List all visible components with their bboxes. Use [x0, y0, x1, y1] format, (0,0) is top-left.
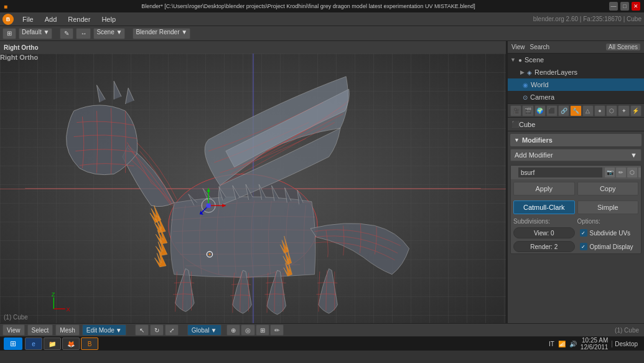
- title-bar: ■ Blender* [C:\Users\roger\Desktop\blend…: [0, 0, 644, 12]
- mod-up-btn[interactable]: ▲: [638, 167, 642, 177]
- grease-pencil-btn[interactable]: ✏: [270, 324, 284, 336]
- apply-button[interactable]: Apply: [513, 182, 575, 196]
- prop-object-icon[interactable]: ⬛: [546, 105, 558, 116]
- top-toolbar: ⊞ Default ▼ ✎ ↔ Scene ▼ Blender Render ▼: [0, 26, 644, 41]
- global-select[interactable]: Global ▼: [187, 324, 222, 336]
- global-arrow: ▼: [211, 327, 217, 334]
- expand-icon: ▼: [510, 57, 516, 63]
- mod-edit-btn[interactable]: ✏: [616, 167, 626, 177]
- view-type-label: Right Ortho: [4, 44, 39, 51]
- render-field[interactable]: Render: 2: [513, 241, 575, 252]
- mod-cage-btn[interactable]: ⬡: [627, 167, 637, 177]
- viewport-header: Right Ortho: [0, 41, 506, 54]
- taskbar-explorer[interactable]: 📁: [44, 337, 61, 350]
- edit-mode-label: Edit Mode: [86, 327, 114, 334]
- subdivisions-label: Subdivisions:: [513, 218, 575, 225]
- layout-label: Default: [22, 29, 42, 35]
- prop-data-icon[interactable]: △: [582, 105, 594, 116]
- optimal-display-checkbox[interactable]: ✓: [580, 243, 587, 250]
- simple-tab[interactable]: Simple: [577, 200, 639, 214]
- close-button[interactable]: ✕: [632, 2, 640, 11]
- modifier-card-bsurf: 📷 ✏ ⬡ ▲ ▼ ✕ Apply Copy Catmull-Clark: [510, 165, 642, 254]
- taskbar: ⊞ e 📁 🦊 B IT 📶 🔊 10:25 AM 12/6/2011 Desk…: [0, 337, 644, 351]
- view-btn[interactable]: View: [511, 44, 525, 50]
- renderlayer-icon: ◈: [527, 69, 532, 76]
- mirror-btn[interactable]: ⊞: [256, 324, 269, 336]
- network-icon: 📶: [558, 341, 566, 347]
- tree-item-world[interactable]: ◉ World: [508, 78, 644, 91]
- tree-item-scene[interactable]: ▼ ● Scene: [508, 54, 644, 66]
- prop-scene-icon[interactable]: 🎬: [522, 105, 533, 116]
- taskbar-apps: e 📁 🦊 B: [25, 337, 284, 350]
- transform-scale-btn[interactable]: ⤢: [165, 324, 179, 336]
- select-mode-btn[interactable]: Select: [27, 324, 54, 336]
- render-engine-select[interactable]: Blender Render ▼: [133, 28, 190, 39]
- tree-item-camera[interactable]: ⊙ Camera: [508, 91, 644, 103]
- prop-texture-icon[interactable]: ⬡: [606, 105, 617, 116]
- edit-mode-select[interactable]: Edit Mode ▼: [82, 324, 126, 336]
- status-text: (1) Cube: [286, 327, 642, 334]
- mesh-mode-btn[interactable]: Mesh: [55, 324, 79, 336]
- blender-icon: B: [88, 341, 92, 347]
- search-btn[interactable]: Search: [530, 44, 550, 50]
- prop-world-icon[interactable]: 🌍: [534, 105, 546, 116]
- taskbar-ie[interactable]: e: [25, 337, 42, 350]
- modifier-header: 📷 ✏ ⬡ ▲ ▼ ✕: [511, 166, 641, 179]
- render-optimal-row: Render: 2 ✓ Optimal Display: [511, 240, 641, 253]
- right-panel: View Search All Scenes ▼ ● Scene ▶ ◈ Ren…: [507, 41, 644, 323]
- mod-camera-btn[interactable]: 📷: [605, 167, 615, 177]
- svg-text:X: X: [67, 306, 70, 313]
- start-button[interactable]: ⊞: [4, 337, 22, 350]
- viewport-status: (1) Cube: [4, 314, 28, 321]
- object-name-row: ⬛ Cube: [508, 118, 644, 131]
- desktop-label[interactable]: Desktop: [612, 341, 640, 347]
- edit-mode-btn[interactable]: ✎: [60, 28, 73, 39]
- catmull-clark-tab[interactable]: Catmull-Clark: [513, 200, 575, 214]
- taskbar-blender[interactable]: B: [81, 337, 98, 350]
- prop-render-icon[interactable]: 🎥: [510, 105, 521, 116]
- minimize-button[interactable]: —: [609, 2, 618, 11]
- snap-btn[interactable]: ⊕: [226, 324, 240, 336]
- renderlayers-label: RenderLayers: [534, 68, 577, 76]
- add-modifier-btn[interactable]: Add Modifier ▼: [510, 149, 642, 161]
- add-modifier-row: Add Modifier ▼: [510, 149, 642, 161]
- taskbar-firefox[interactable]: 🦊: [62, 337, 80, 350]
- copy-button[interactable]: Copy: [577, 182, 639, 196]
- main-layout: Right Ortho: [0, 41, 644, 323]
- modifiers-section-header[interactable]: Modifiers: [510, 134, 642, 146]
- prop-physics-icon[interactable]: ⚡: [630, 105, 642, 116]
- prop-modifiers-icon[interactable]: 🔧: [570, 105, 581, 116]
- view-field[interactable]: View: 0: [513, 227, 575, 238]
- all-scenes-select[interactable]: All Scenes: [606, 44, 640, 50]
- menu-add[interactable]: Add: [40, 14, 62, 24]
- menu-render[interactable]: Render: [63, 14, 95, 24]
- prop-edit-btn[interactable]: ◎: [241, 324, 255, 336]
- apply-copy-row: Apply Copy: [511, 179, 641, 198]
- tree-item-renderlayers[interactable]: ▶ ◈ RenderLayers: [508, 66, 644, 78]
- menu-bar: B File Add Render Help blender.org 2.60 …: [0, 12, 644, 26]
- scene-select[interactable]: Scene ▼: [93, 28, 125, 39]
- view-mode-btn[interactable]: ⊞: [2, 28, 16, 39]
- prop-particle-icon[interactable]: ✦: [618, 105, 629, 116]
- transform-move-btn[interactable]: ↖: [135, 324, 149, 336]
- blender-logo: B: [2, 14, 14, 25]
- menu-help[interactable]: Help: [96, 14, 121, 24]
- subdivide-uvs-checkbox[interactable]: ✓: [580, 229, 587, 237]
- world-icon: ◉: [523, 82, 528, 88]
- prop-material-icon[interactable]: ●: [594, 105, 605, 116]
- cube-icon: ⬛: [511, 121, 519, 128]
- clock: 10:25 AM: [581, 337, 609, 344]
- scene-icon: ●: [518, 57, 522, 64]
- prop-constraints-icon[interactable]: 🔗: [558, 105, 569, 116]
- menu-file[interactable]: File: [17, 14, 39, 24]
- view-mode-btn[interactable]: View: [2, 324, 25, 336]
- 3d-viewport[interactable]: Right Ortho: [0, 41, 507, 323]
- layout-select[interactable]: Default ▼: [19, 28, 52, 39]
- transform-btn[interactable]: ↔: [76, 28, 91, 39]
- view-field-container: View: 0: [513, 227, 575, 238]
- transform-rotate-btn[interactable]: ↻: [150, 324, 164, 336]
- scene-tree: ▼ ● Scene ▶ ◈ RenderLayers ◉ World ⊙ Ca: [508, 54, 644, 104]
- subdivide-uvs-label: Subdivide UVs: [590, 230, 631, 237]
- maximize-button[interactable]: □: [620, 2, 629, 11]
- modifier-name-input[interactable]: [518, 167, 602, 177]
